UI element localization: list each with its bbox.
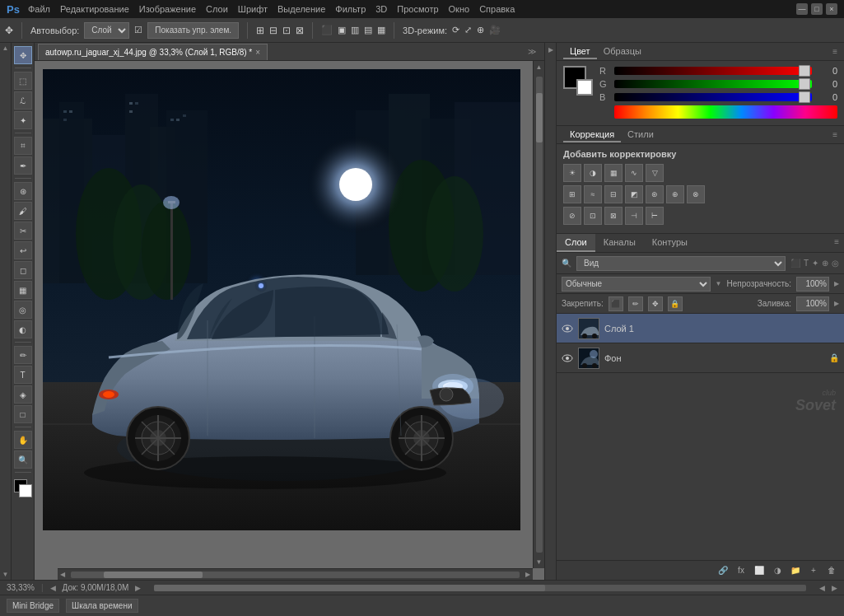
background-color[interactable] xyxy=(19,484,32,497)
collapse-right-button[interactable]: ▶ xyxy=(548,46,553,54)
levels-adj-icon[interactable]: ▦ xyxy=(604,164,623,182)
layer-item-layer1[interactable]: Слой 1 xyxy=(557,314,844,343)
selectcolor-adj-icon[interactable]: ⊢ xyxy=(646,207,664,225)
tab-color[interactable]: Цвет xyxy=(563,44,597,59)
auto-select-dropdown[interactable]: Слой xyxy=(84,22,129,39)
vibrance-adj-icon[interactable]: ⊞ xyxy=(563,185,581,203)
tab-styles[interactable]: Стили xyxy=(621,128,660,142)
path-tool[interactable]: ◈ xyxy=(14,385,32,404)
strip-arrow-down[interactable]: ▼ xyxy=(2,571,9,578)
delete-layer-button[interactable]: 🗑 xyxy=(824,563,839,578)
red-slider-track[interactable] xyxy=(614,67,812,75)
tab-paths[interactable]: Контуры xyxy=(644,234,696,252)
lock-position-button[interactable]: ✏ xyxy=(628,296,643,311)
menu-filter[interactable]: Фильтр xyxy=(335,4,366,14)
add-adjustment-button[interactable]: ◑ xyxy=(770,563,785,578)
mini-bridge-tab[interactable]: Mini Bridge xyxy=(7,599,59,613)
scroll-right-button[interactable]: ▶ xyxy=(523,571,533,578)
red-slider-thumb[interactable] xyxy=(799,65,810,77)
opacity-input[interactable] xyxy=(796,277,829,292)
shape-tool[interactable]: □ xyxy=(14,405,32,423)
hand-tool[interactable]: ✋ xyxy=(14,431,32,449)
document-canvas[interactable] xyxy=(43,69,520,530)
threshold-adj-icon[interactable]: ⊠ xyxy=(604,207,623,225)
doc-info-expand[interactable]: ▶ xyxy=(135,584,141,592)
add-mask-button[interactable]: ⬜ xyxy=(752,563,767,578)
hsl-adj-icon[interactable]: ≈ xyxy=(584,185,602,203)
maximize-button[interactable]: □ xyxy=(811,3,823,15)
vertical-scrollbar[interactable]: ▲ ▼ xyxy=(533,61,544,568)
clone-tool[interactable]: ✂ xyxy=(14,222,32,240)
opacity-stepper[interactable]: ▶ xyxy=(834,280,839,287)
color-spectrum-bar[interactable] xyxy=(614,105,837,119)
scroll-down-button[interactable]: ▼ xyxy=(536,556,543,568)
blur-tool[interactable]: ◎ xyxy=(14,301,32,319)
text-tool[interactable]: T xyxy=(14,366,32,384)
add-layer-button[interactable]: + xyxy=(806,563,821,578)
scroll-thumb-v[interactable] xyxy=(536,93,543,142)
menu-edit[interactable]: Редактирование xyxy=(60,4,129,14)
tab-expand-button[interactable]: ≫ xyxy=(523,47,541,56)
add-group-button[interactable]: 📁 xyxy=(788,563,803,578)
exposure-adj-icon[interactable]: ▽ xyxy=(646,164,664,182)
status-history-btn[interactable]: ◀ xyxy=(50,584,56,592)
fill-stepper[interactable]: ▶ xyxy=(834,300,839,307)
background-swatch[interactable] xyxy=(576,79,593,96)
scroll-thumb-h[interactable] xyxy=(104,572,203,578)
menu-select[interactable]: Выделение xyxy=(277,4,325,14)
menu-view[interactable]: Просмотр xyxy=(397,4,438,14)
photofilter-adj-icon[interactable]: ⊛ xyxy=(646,185,664,203)
zoom-tool[interactable]: 🔍 xyxy=(14,450,32,469)
pen-tool[interactable]: ✏ xyxy=(14,346,32,364)
brightness-adj-icon[interactable]: ☀ xyxy=(563,164,581,182)
add-style-button[interactable]: fx xyxy=(734,563,748,578)
show-controls-button[interactable]: Показать упр. элем. xyxy=(147,22,239,39)
crop-tool[interactable]: ⌗ xyxy=(14,137,32,155)
blend-mode-arrow[interactable]: ▼ xyxy=(716,280,722,287)
posterize-adj-icon[interactable]: ⊡ xyxy=(584,207,602,225)
adjustments-panel-menu[interactable]: ≡ xyxy=(832,130,837,139)
colorlookup-adj-icon[interactable]: ⊗ xyxy=(687,185,705,203)
link-layers-button[interactable]: 🔗 xyxy=(716,563,730,578)
healing-tool[interactable]: ⊛ xyxy=(14,182,32,200)
green-slider-thumb[interactable] xyxy=(799,78,810,90)
invert-adj-icon[interactable]: ⊘ xyxy=(563,207,581,225)
fill-input[interactable] xyxy=(796,296,829,311)
filter-shape-icon[interactable]: ✦ xyxy=(812,259,818,268)
marquee-tool[interactable]: ⬚ xyxy=(14,72,32,90)
tab-swatches[interactable]: Образцы xyxy=(597,44,648,59)
layer-item-background[interactable]: Фон 🔒 xyxy=(557,343,844,373)
scroll-up-button[interactable]: ▲ xyxy=(536,61,543,73)
color-panel-menu[interactable]: ≡ xyxy=(832,47,837,56)
colorbalance-adj-icon[interactable]: ⊟ xyxy=(604,185,623,203)
filter-adjust-icon[interactable]: T xyxy=(804,259,809,268)
layer-visibility-layer1[interactable] xyxy=(562,323,573,334)
timeline-tab[interactable]: Шкала времени xyxy=(66,599,138,613)
lock-move-button[interactable]: ✥ xyxy=(648,296,663,311)
menu-layers[interactable]: Слои xyxy=(206,4,228,14)
tab-layers[interactable]: Слои xyxy=(557,234,595,252)
brush-tool[interactable]: 🖌 xyxy=(14,202,32,220)
menu-image[interactable]: Изображение xyxy=(139,4,196,14)
blue-slider-track[interactable] xyxy=(614,93,812,101)
gradient-tool[interactable]: ▦ xyxy=(14,281,32,299)
blend-mode-select[interactable]: Обычные xyxy=(562,277,711,292)
filter-pixel-icon[interactable]: ⬛ xyxy=(790,259,800,268)
dodge-tool[interactable]: ◐ xyxy=(14,320,32,338)
layer-filter-select[interactable]: Вид xyxy=(576,256,786,271)
menu-font[interactable]: Шрифт xyxy=(238,4,268,14)
green-slider-track[interactable] xyxy=(614,80,812,88)
layers-panel-menu[interactable]: ≡ xyxy=(829,234,844,252)
lock-pixels-button[interactable]: ⬛ xyxy=(609,296,623,311)
strip-arrow-up[interactable]: ▲ xyxy=(2,44,9,52)
bw-adj-icon[interactable]: ◩ xyxy=(625,185,643,203)
blue-slider-thumb[interactable] xyxy=(799,91,810,103)
channelmixer-adj-icon[interactable]: ⊕ xyxy=(666,185,684,203)
filter-toggle-icon[interactable]: ◎ xyxy=(832,259,839,268)
menu-file[interactable]: Файл xyxy=(28,4,50,14)
horizontal-scrollbar[interactable]: ◀ ▶ xyxy=(58,568,533,580)
curves-adj-icon[interactable]: ∿ xyxy=(625,164,643,182)
menu-3d[interactable]: 3D xyxy=(375,4,387,14)
lock-all-button[interactable]: 🔒 xyxy=(668,296,683,311)
menu-window[interactable]: Окно xyxy=(449,4,470,14)
